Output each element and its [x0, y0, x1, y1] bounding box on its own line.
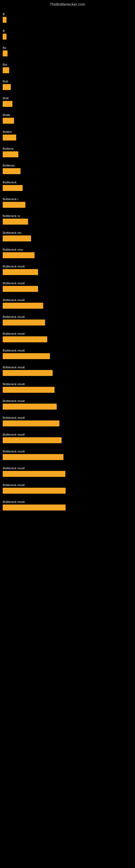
bar-fill: [3, 67, 9, 73]
bar-label: Bottleneck result: [3, 484, 132, 487]
bar-track: [3, 118, 132, 124]
bar-label: Bottlene: [3, 147, 132, 150]
bar-track: [3, 185, 132, 191]
bar-row: Bottleneck result: [3, 413, 132, 428]
bar-track: [3, 269, 132, 275]
bar-row: Bottleneck result: [3, 464, 132, 478]
bar-track: [3, 84, 132, 90]
bar-fill: [3, 504, 65, 510]
bar-track: [3, 488, 132, 494]
bar-row: Bottleneck result: [3, 430, 132, 445]
bar-label: B: [3, 12, 132, 16]
bar-fill: [3, 219, 28, 225]
bar-row: Bottle: [3, 111, 132, 125]
bar-track: [3, 67, 132, 73]
bar-row: Bot: [3, 60, 132, 75]
bar-fill: [3, 370, 53, 376]
bar-fill: [3, 303, 43, 309]
bar-fill: [3, 437, 61, 443]
bar-fill: [3, 151, 18, 157]
bar-fill: [3, 84, 11, 90]
bar-track: [3, 370, 132, 376]
bar-label: Bott: [3, 80, 132, 83]
bar-label: Bottleneck result: [3, 332, 132, 335]
bar-label: Bottleneck res: [3, 231, 132, 235]
bar-fill: [3, 134, 16, 141]
bar-fill: [3, 269, 38, 275]
bar-label: Bottleneck resu: [3, 248, 132, 251]
bar-label: Bottleneck result: [3, 500, 132, 503]
bar-fill: [3, 185, 23, 191]
bar-track: [3, 421, 132, 426]
bar-label: Bottleneck result: [3, 299, 132, 302]
bar-label: Bottleneck result: [3, 282, 132, 285]
bar-fill: [3, 319, 45, 326]
bar-row: Bottlene: [3, 144, 132, 159]
bar-label: Bottleneck result: [3, 265, 132, 268]
bar-label: Bottleneck re: [3, 214, 132, 218]
bar-fill: [3, 353, 50, 359]
bar-label: Bo: [3, 46, 132, 50]
bar-track: [3, 219, 132, 225]
bar-label: Bottleneck result: [3, 416, 132, 420]
bar-label: B: [3, 29, 132, 33]
bar-track: [3, 202, 132, 208]
bar-fill: [3, 336, 47, 342]
bar-fill: [3, 51, 8, 56]
bar-track: [3, 17, 132, 23]
bar-track: [3, 134, 132, 141]
bar-track: [3, 101, 132, 107]
bar-track: [3, 336, 132, 342]
bar-row: Bottleneck result: [3, 363, 132, 378]
bar-label: Bottleneck result: [3, 315, 132, 318]
bar-label: Bottle: [3, 113, 132, 117]
bar-row: Bottleneck result: [3, 296, 132, 310]
bar-track: [3, 303, 132, 309]
bar-fill: [3, 34, 6, 40]
bar-row: Bottleneck result: [3, 380, 132, 394]
bar-track: [3, 504, 132, 510]
bar-track: [3, 454, 132, 460]
bar-track: [3, 319, 132, 326]
bar-label: Bottlenec: [3, 164, 132, 167]
bar-track: [3, 51, 132, 56]
bar-row: Bottleneck result: [3, 346, 132, 361]
bar-track: [3, 404, 132, 410]
bar-fill: [3, 286, 38, 292]
bar-fill: [3, 118, 14, 124]
bar-row: Bottleneck resu: [3, 245, 132, 260]
bar-row: Bottleneck result: [3, 279, 132, 293]
bar-row: Bottleneck: [3, 178, 132, 193]
bar-track: [3, 286, 132, 292]
bar-row: Bott: [3, 77, 132, 92]
bar-row: Bottleneck result: [3, 312, 132, 327]
bar-track: [3, 437, 132, 443]
bar-row: Bottleneck re: [3, 212, 132, 226]
bar-row: Bottl: [3, 94, 132, 108]
bar-fill: [3, 471, 65, 477]
bars-container: BBBoBotBottBottlBottleBottlenBottleneBot…: [0, 10, 135, 514]
bar-row: Bottleneck r: [3, 195, 132, 209]
bar-label: Bottl: [3, 97, 132, 100]
bar-row: Bottleneck result: [3, 497, 132, 512]
bar-label: Bottleneck result: [3, 366, 132, 369]
bar-label: Bottleneck result: [3, 433, 132, 436]
bar-row: Bottleneck result: [3, 397, 132, 411]
bar-fill: [3, 17, 6, 23]
bar-label: Bottleneck result: [3, 450, 132, 453]
bar-track: [3, 252, 132, 258]
bar-fill: [3, 404, 57, 410]
bar-label: Bottleneck: [3, 181, 132, 184]
bar-track: [3, 387, 132, 393]
bar-label: Bottleneck result: [3, 382, 132, 386]
bar-fill: [3, 488, 65, 494]
page-title: TheBottlenecker.com: [0, 0, 135, 10]
bar-label: Bottleneck r: [3, 197, 132, 201]
bar-row: Bottleneck result: [3, 262, 132, 277]
bar-fill: [3, 101, 12, 107]
bar-label: Bottlen: [3, 130, 132, 133]
bar-row: B: [3, 27, 132, 41]
bar-row: Bo: [3, 43, 132, 58]
bar-track: [3, 471, 132, 477]
bar-fill: [3, 421, 59, 426]
